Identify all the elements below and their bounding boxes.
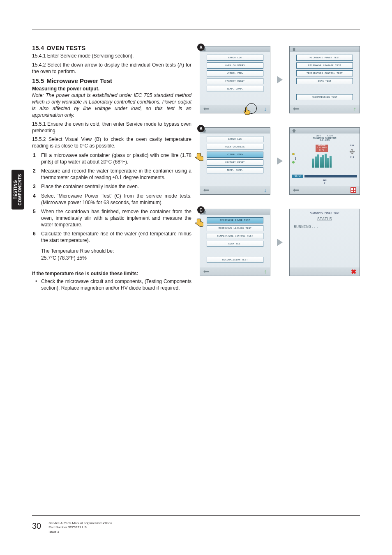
text-column: 15.4OVEN TESTS 15.4.1 Enter Service mode… <box>32 44 191 510</box>
result-line1: The Temperature Rise should be: <box>41 248 191 255</box>
step-4: 4Select 'Microwave Power Test' (C) from … <box>41 193 191 206</box>
menu-item[interactable]: MICROWAVE POWER TEST <box>296 55 353 61</box>
heater-box: HEATER 0.0 AMPS 0 °C <box>316 145 328 152</box>
fan-bottom: FAN 0 <box>292 180 357 184</box>
callout-b: B <box>197 125 205 132</box>
screen-b-right: LEFT RIGHT MAGNETRON MAGNETRON 0.0 AMPS … <box>289 127 360 195</box>
vv-center: HEATER 0.0 AMPS 0 °C <box>297 145 346 173</box>
menu-item[interactable]: ERROR LOG <box>207 136 263 142</box>
footer-line: Issue 3 <box>48 530 112 534</box>
menu-item[interactable]: MICROWAVE LEAKAGE TEST <box>296 62 353 69</box>
transition-arrow-icon <box>277 76 283 83</box>
filter-gauge <box>304 175 357 177</box>
para-15-5-2: 15.5.2 Select Visual View (B) to check t… <box>32 136 191 150</box>
sec-title: OVEN TESTS <box>46 44 85 51</box>
grid-icon[interactable] <box>350 187 356 193</box>
sec-title: Microwave Power Test <box>46 77 112 84</box>
bottom-rule <box>32 515 360 516</box>
back-icon[interactable] <box>203 189 209 192</box>
menu-item[interactable]: SOAK TEST <box>296 78 353 84</box>
menu-body: ERROR LOG OVEN COUNTERS VISUAL VIEW FACT… <box>200 52 270 105</box>
screen-footer: ↓ <box>200 186 270 194</box>
back-icon[interactable] <box>203 270 209 273</box>
menu-item[interactable]: TEMP. COMP. <box>207 86 263 92</box>
footer-text: Service & Parts Manual original Instruct… <box>48 521 112 534</box>
screen-footer: ↓ <box>200 105 270 113</box>
home-icon[interactable] <box>292 129 296 133</box>
screen-footer: ↑ <box>290 105 360 113</box>
heading-15-5: 15.5Microwave Power Test <box>32 77 191 84</box>
subhead-measuring: Measuring the power output. <box>32 86 191 92</box>
result-block: The Temperature Rise should be: 25.7°C (… <box>32 248 191 262</box>
svg-point-0 <box>351 151 353 152</box>
step-2: 2Measure and record the water temperatur… <box>41 168 191 181</box>
menu-body: ERROR LOG OVEN COUNTERS VISUAL VIEW FACT… <box>200 134 270 186</box>
secnum: 15.4 <box>32 44 44 51</box>
menu-item[interactable]: MICROWAVE LEAKAGE TEST <box>207 225 263 231</box>
up-arrow-icon[interactable]: ↑ <box>353 106 356 112</box>
figure-b: B ERROR LOG OVEN COUNTERS VISUAL VIEW FA… <box>200 127 360 195</box>
menu-item[interactable]: FACTORY RESET <box>207 78 263 84</box>
menu-item[interactable]: FACTORY RESET <box>207 159 263 166</box>
numbered-steps: 1Fill a microwave safe container (glass … <box>32 152 191 244</box>
filter-label: FILTER <box>292 175 303 178</box>
down-arrow-icon[interactable]: ↓ <box>264 106 267 112</box>
step-text: Measure and record the water temperature… <box>41 168 191 180</box>
menu-item[interactable]: TEMP. COMP. <box>207 167 263 173</box>
screen-footer: ✖ <box>290 267 360 276</box>
step-6: 6Calculate the temperature rise of the w… <box>41 230 191 244</box>
vv-right: FAN 0 S <box>347 145 357 173</box>
heading-15-4: 15.4OVEN TESTS <box>32 44 191 51</box>
callout-a: A <box>197 44 205 51</box>
menu-item-selected[interactable]: VISUAL VIEW <box>207 152 263 158</box>
pointer-hand-icon <box>243 106 252 115</box>
callout-c: C <box>197 206 205 214</box>
para-15-4-2: 15.4.2 Select the down arrow to display … <box>32 62 191 75</box>
fan-label: FAN <box>350 145 354 147</box>
back-icon[interactable] <box>293 189 299 192</box>
screen-topbar <box>200 46 270 52</box>
fan-icon <box>349 149 355 154</box>
close-icon[interactable]: ✖ <box>351 268 356 276</box>
menu-item[interactable]: VISUAL VIEW <box>207 70 263 76</box>
back-icon[interactable] <box>203 107 209 111</box>
para-15-4-1: 15.4.1 Enter Service mode (Servicing sec… <box>32 53 191 60</box>
note-iec705: Note: The power output is established un… <box>32 92 191 118</box>
para-15-5-1: 15.5.1 Ensure the oven is cold, then ent… <box>32 121 191 134</box>
bar-gauge <box>312 153 332 168</box>
menu-item[interactable]: TEMPERATURE CONTROL TEST <box>296 70 353 76</box>
footer-line: Part Number 32Z3871 US <box>48 525 112 530</box>
menu-body: MICROWAVE POWER TEST MICROWAVE LEAKAGE T… <box>200 215 270 267</box>
transition-arrow-icon <box>277 239 283 246</box>
zero-s: 0 S <box>350 156 354 159</box>
limits-heading: If the temperature rise is outside these… <box>32 271 191 276</box>
led-icon <box>292 161 295 164</box>
screen-footer: ↑ <box>200 267 270 276</box>
top-rule <box>32 30 360 30</box>
home-icon[interactable] <box>292 48 296 51</box>
screen-a-left: ERROR LOG OVEN COUNTERS VISUAL VIEW FACT… <box>200 46 270 113</box>
menu-item[interactable]: OVEN COUNTERS <box>207 62 263 69</box>
step-text: Fill a microwave safe container (glass o… <box>41 152 191 165</box>
back-icon[interactable] <box>293 107 299 111</box>
door-label: DOOR <box>292 157 296 160</box>
up-arrow-icon[interactable]: ↑ <box>264 268 267 275</box>
figure-c: C MICROWAVE POWER TEST MICROWAVE LEAKAGE… <box>200 209 360 276</box>
menu-item-selected[interactable]: MICROWAVE POWER TEST <box>207 217 263 223</box>
menu-item[interactable]: TEMPERATURE CONTROL TEST <box>207 233 263 239</box>
result-line2: 25.7°C (78.3°F) ±5% <box>41 255 191 262</box>
menu-item[interactable]: OVEN COUNTERS <box>207 144 263 150</box>
down-arrow-icon[interactable]: ↓ <box>264 187 267 193</box>
menu-body: MICROWAVE POWER TEST MICROWAVE LEAKAGE T… <box>290 52 360 105</box>
menu-item[interactable]: ERROR LOG <box>207 55 263 61</box>
menu-item[interactable]: RECOMMISSION TEST <box>296 94 353 100</box>
status-label: STATUS <box>294 217 355 221</box>
vv-door-col: DOOR <box>292 145 296 173</box>
step-5: 5When the countdown has finished, remove… <box>41 208 191 228</box>
footer-line: Service & Parts Manual original Instruct… <box>48 521 112 526</box>
menu-item[interactable]: SOAK TEST <box>207 241 263 247</box>
menu-item[interactable]: RECOMMISSION TEST <box>207 257 263 263</box>
side-tab: TESTING COMPONENTS <box>12 170 24 210</box>
visual-view-body: LEFT RIGHT MAGNETRON MAGNETRON 0.0 AMPS … <box>290 134 360 186</box>
screen-c-right: MICROWAVE POWER TEST STATUS RUNNING... ✖ <box>289 209 360 276</box>
